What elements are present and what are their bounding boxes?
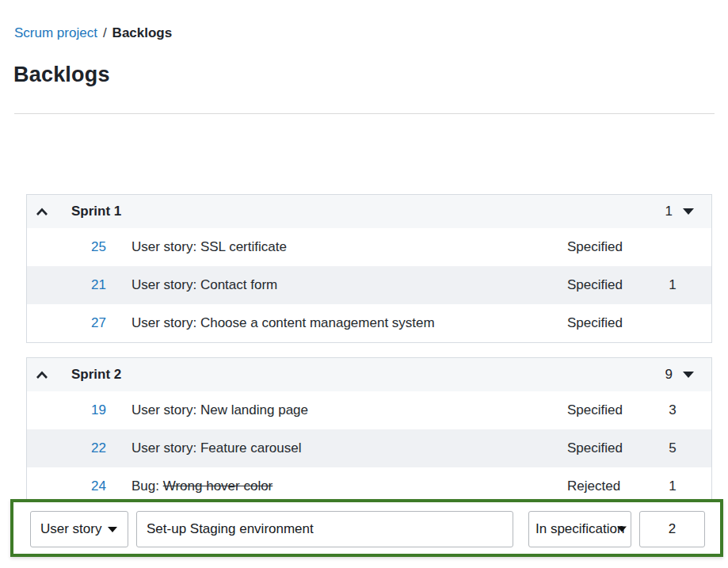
backlog-row[interactable]: 19 User story: New landing page Specifie…	[27, 391, 711, 429]
status-select[interactable]: In specification	[528, 511, 631, 547]
tracker-select[interactable]: User story	[30, 511, 128, 547]
tracker-select-value: User story	[40, 521, 101, 537]
issue-points: 3	[656, 402, 689, 418]
page-title: Backlogs	[13, 63, 110, 87]
breadcrumb-project-link[interactable]: Scrum project	[14, 25, 97, 40]
issue-id-link[interactable]: 19	[27, 402, 106, 418]
breadcrumb: Scrum project/Backlogs	[14, 25, 172, 42]
issue-id-link[interactable]: 24	[27, 478, 106, 494]
title-divider	[14, 113, 715, 114]
status-select-value: In specification	[536, 521, 624, 537]
issue-status: Specified	[567, 239, 656, 255]
sprint-name: Sprint 1	[71, 204, 121, 219]
issue-id-link[interactable]: 21	[27, 277, 106, 293]
dropdown-arrow-icon	[108, 527, 117, 532]
issue-id-link[interactable]: 27	[27, 315, 106, 331]
issue-status: Specified	[567, 277, 656, 293]
issue-title: User story: Contact form	[131, 277, 567, 293]
issue-status: Specified	[567, 402, 656, 418]
breadcrumb-separator: /	[103, 25, 107, 40]
issue-title: User story: Feature carousel	[131, 440, 567, 456]
sprint-menu-dropdown-icon[interactable]	[683, 372, 694, 378]
backlog-row[interactable]: 22 User story: Feature carousel Specifie…	[27, 429, 711, 467]
subject-input[interactable]	[136, 511, 513, 547]
issue-title: Bug: Wrong hover color	[131, 478, 567, 494]
new-backlog-item-form: User story In specification	[10, 499, 723, 557]
breadcrumb-current: Backlogs	[112, 25, 173, 40]
issue-points: 1	[656, 478, 689, 494]
issue-points: 5	[656, 440, 689, 456]
sprint-name: Sprint 2	[71, 367, 121, 383]
issue-status: Specified	[567, 440, 656, 456]
backlog-row[interactable]: 21 User story: Contact form Specified 1	[27, 266, 711, 304]
issue-status: Rejected	[567, 478, 656, 494]
sprint-1-header[interactable]: Sprint 1 1	[27, 195, 711, 228]
chevron-up-icon[interactable]	[35, 370, 49, 379]
backlogs-page: Scrum project/Backlogs Backlogs Sprint 1…	[0, 0, 728, 568]
sprint-menu-dropdown-icon[interactable]	[683, 208, 694, 215]
backlog-row[interactable]: 25 User story: SSL certificate Specified	[27, 228, 711, 266]
story-points-input[interactable]	[639, 511, 705, 547]
backlog-row[interactable]: 27 User story: Choose a content manageme…	[27, 304, 711, 342]
sprint-2-header[interactable]: Sprint 2 9	[27, 358, 711, 391]
issue-status: Specified	[567, 315, 656, 331]
sprint-story-points: 9	[665, 367, 673, 383]
sprint-story-points: 1	[665, 204, 673, 219]
issue-title: User story: SSL certificate	[131, 239, 567, 255]
issue-id-link[interactable]: 22	[27, 440, 106, 456]
issue-points: 1	[656, 277, 689, 293]
issue-title: User story: New landing page	[131, 402, 567, 418]
issue-id-link[interactable]: 25	[27, 239, 106, 255]
sprint-group-2: Sprint 2 9 19 User story: New landing pa…	[26, 357, 712, 506]
sprint-group-1: Sprint 1 1 25 User story: SSL certificat…	[26, 194, 712, 343]
chevron-up-icon[interactable]	[35, 207, 49, 216]
dropdown-arrow-icon	[617, 527, 627, 532]
issue-title: User story: Choose a content management …	[131, 315, 567, 331]
